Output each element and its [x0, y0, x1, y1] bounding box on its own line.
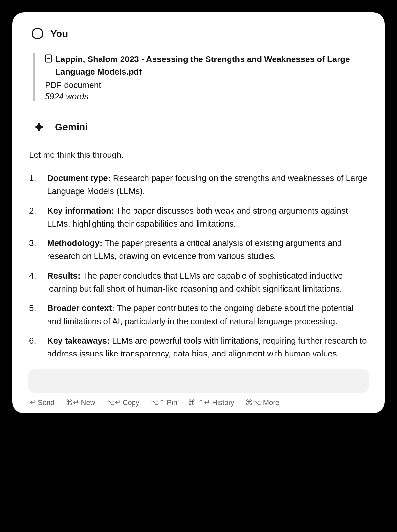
- attachment-title-row: Lappin, Shalom 2023 - Assessing the Stre…: [45, 53, 369, 78]
- attachment-block[interactable]: Lappin, Shalom 2023 - Assessing the Stre…: [33, 53, 369, 101]
- item-text: The paper concludes that LLMs are capabl…: [47, 271, 343, 293]
- item-label: Key information:: [47, 206, 114, 216]
- send-label: Send: [38, 399, 54, 407]
- attachment-title: Lappin, Shalom 2023 - Assessing the Stre…: [55, 53, 369, 78]
- more-label: More: [263, 399, 279, 407]
- ai-header: Gemini: [28, 118, 369, 136]
- copy-button[interactable]: ⌥↵ Copy: [106, 399, 139, 407]
- user-header: You: [28, 28, 369, 39]
- document-icon: [45, 54, 52, 64]
- cmd-opt-icon: ⌘⌥: [245, 399, 261, 407]
- new-button[interactable]: ⌘↵ New: [66, 399, 95, 407]
- list-item: Broader context: The paper contributes t…: [29, 302, 369, 328]
- enter-icon: ↵: [30, 399, 36, 407]
- cmd-ctrl-enter-icon: ⌘ ⌃↵: [188, 399, 210, 407]
- separator: ·: [100, 399, 102, 407]
- pin-button[interactable]: ⌥⌃ Pin: [150, 399, 177, 407]
- new-label: New: [81, 399, 95, 407]
- user-avatar-icon: [32, 28, 43, 39]
- item-label: Broader context:: [47, 303, 114, 313]
- ai-name: Gemini: [55, 122, 88, 133]
- separator: ·: [182, 399, 184, 407]
- history-label: History: [212, 399, 234, 407]
- separator: ·: [239, 399, 241, 407]
- separator: ·: [144, 399, 146, 407]
- opt-enter-icon: ⌥↵: [106, 399, 121, 407]
- user-name: You: [50, 28, 68, 39]
- cmd-enter-icon: ⌘↵: [66, 399, 79, 407]
- message-input[interactable]: [28, 369, 369, 393]
- item-label: Methodology:: [47, 238, 102, 248]
- send-button[interactable]: ↵ Send: [30, 399, 54, 407]
- list-item: Methodology: The paper presents a critic…: [29, 237, 369, 263]
- ai-response-list: Document type: Research paper focusing o…: [28, 172, 369, 360]
- chat-card: You Lappin, Shalom 2023 - Assessing the …: [12, 12, 385, 413]
- footer-shortcuts: ↵ Send · ⌘↵ New · ⌥↵ Copy · ⌥⌃ Pin · ⌘ ⌃…: [28, 399, 369, 407]
- opt-ctrl-icon: ⌥⌃: [150, 399, 165, 407]
- list-item: Key takeaways: LLMs are powerful tools w…: [29, 334, 369, 360]
- history-button[interactable]: ⌘ ⌃↵ History: [188, 399, 234, 407]
- attachment-word-count: 5924 words: [45, 91, 369, 101]
- ai-intro-text: Let me think this through.: [28, 150, 369, 160]
- ai-avatar-icon: [30, 118, 48, 136]
- separator: ·: [59, 399, 61, 407]
- list-item: Results: The paper concludes that LLMs a…: [29, 269, 369, 295]
- item-label: Results:: [47, 271, 80, 281]
- attachment-type: PDF document: [45, 80, 369, 90]
- copy-label: Copy: [123, 399, 139, 407]
- item-label: Document type:: [47, 173, 111, 183]
- pin-label: Pin: [167, 399, 177, 407]
- list-item: Key information: The paper discusses bot…: [29, 204, 369, 230]
- item-label: Key takeaways:: [47, 336, 110, 346]
- list-item: Document type: Research paper focusing o…: [29, 172, 369, 198]
- more-button[interactable]: ⌘⌥ More: [245, 399, 279, 407]
